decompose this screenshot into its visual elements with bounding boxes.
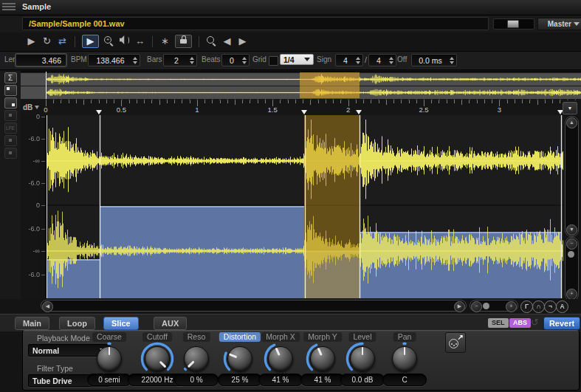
midi-learn-button[interactable]: ↗ [445,332,466,353]
bpm-field[interactable]: 138.466 [88,54,140,66]
time-ruler[interactable]: dB 00.511.522.53 [21,100,581,115]
knob-value-pan[interactable]: C [382,374,427,386]
knob-label-reso[interactable]: Reso [183,332,210,342]
knob-distortion[interactable] [223,342,257,376]
knob-label-cutoff[interactable]: Cutoff [142,332,172,342]
horizontal-zoom-bar[interactable]: − + [470,300,518,312]
slider-handle[interactable] [507,20,519,28]
hzoom-thumb[interactable] [483,303,489,309]
vertical-scrollbar[interactable]: ▲ ▼ [565,116,579,237]
knob-label-morph-x[interactable]: Morph X [261,332,300,342]
audition-icon[interactable] [119,35,130,47]
slice-marker-flag[interactable] [96,110,102,114]
knob-label-coarse[interactable]: Coarse [92,332,126,342]
back-icon[interactable]: ◀ [221,35,233,47]
knob-label-pan[interactable]: Pan [393,332,416,342]
menu-icon[interactable] [2,3,16,12]
ruler-label: 0 [44,106,47,114]
auto-play-icon[interactable]: ▶ [82,35,99,48]
slice-marker-flag[interactable] [301,110,307,114]
knob-reso[interactable] [179,342,213,376]
output-volume-slider[interactable] [493,18,534,30]
lock-icon[interactable] [175,35,192,48]
scroll-up-button[interactable]: ▲ [566,117,577,128]
waveform-overview[interactable] [21,71,581,103]
bpm-stepper[interactable] [132,57,140,64]
knob-pan[interactable] [388,342,422,376]
scroll-down-button[interactable]: ▼ [566,224,577,235]
collapse-view-button[interactable]: ▼ [563,102,577,114]
tab-aux[interactable]: AUX [154,317,187,330]
ruler-tick [409,100,410,103]
locator-icon[interactable]: ⇄ [57,35,68,47]
sign-den-stepper[interactable] [388,57,396,64]
stretch-icon[interactable]: ↔ [134,35,145,47]
page-tab-row: MainLoopSliceAUX SEL ABS ↺ Revert [0,314,581,331]
zoom-in-icon[interactable] [103,35,114,47]
revert-button[interactable]: Revert [543,317,580,330]
channel-center-button[interactable] [4,110,17,121]
knob-value-reso[interactable]: 0 % [174,374,219,386]
chevron-down-icon [35,106,39,109]
sign-numerator-field[interactable]: 4 [335,54,363,66]
beats-field[interactable]: 0 [221,54,250,66]
tab-main[interactable]: Main [15,317,49,330]
ruler-tick [91,100,92,103]
offset-stepper[interactable] [449,57,456,64]
output-select-dropdown[interactable]: Master [537,18,581,30]
zoom-to-start-button[interactable]: Γ [520,300,533,313]
scroll-right-button[interactable]: ▶ [454,301,465,312]
vzoom-out-button[interactable]: − [566,238,577,250]
slice-marker-flag[interactable] [356,110,362,114]
sign-num-stepper[interactable] [355,57,362,64]
hzoom-out-button[interactable]: − [471,301,482,312]
sel-toggle[interactable]: SEL [488,318,509,328]
file-path-field[interactable]: /Sample/Sample 001.wav [22,17,489,30]
channel-surround-right-button[interactable] [4,148,17,159]
vertical-zoom-bar[interactable]: − + [565,237,579,301]
beats-stepper[interactable] [241,57,249,64]
snap-icon[interactable]: ∗ [159,35,171,47]
channel-surround-left-button[interactable] [4,135,17,146]
find-icon[interactable] [206,35,217,47]
ruler-tick [560,100,560,103]
sign-denominator-field[interactable]: 4 [368,54,396,66]
channel-right-button[interactable] [4,97,17,109]
channel-lfe-button[interactable]: LFE [4,123,17,134]
knob-value-coarse[interactable]: 0 semi [87,374,131,386]
hzoom-in-button[interactable]: + [506,301,517,312]
channel-left-button[interactable] [4,85,17,96]
bars-stepper[interactable] [189,57,196,64]
ruler-tick [106,100,107,103]
waveform-editor[interactable] [46,115,563,299]
zoom-all-button[interactable]: A [556,300,568,313]
abs-toggle[interactable]: ABS [509,318,531,328]
knob-coarse[interactable] [92,342,126,376]
vzoom-thumb[interactable] [568,251,574,258]
grid-checkbox[interactable] [269,56,278,66]
scroll-left-button[interactable]: ◀ [42,301,53,312]
vzoom-in-button[interactable]: + [566,289,577,300]
tab-loop[interactable]: Loop [59,317,95,330]
knob-morph-x[interactable] [264,342,298,376]
offset-field[interactable]: 0.0 ms [411,54,457,66]
tab-slice[interactable]: Slice [103,317,139,330]
channel-sum-button[interactable]: Σ [4,72,17,83]
knob-level[interactable] [345,342,379,376]
zoom-to-end-button[interactable]: ¬ [544,300,557,313]
ruler-tick [114,100,114,103]
title-bar: Sample [0,0,581,16]
grid-dropdown[interactable]: 1/4 [280,54,314,65]
ruler-tick [454,100,455,103]
zoom-to-loop-button[interactable]: ∩ [532,300,545,313]
loop-icon[interactable]: ↻ [41,35,52,47]
scale-unit-dropdown[interactable]: dB [23,103,39,111]
length-field[interactable]: 3.466 [16,54,66,66]
knob-label-level[interactable]: Level [348,332,376,342]
undo-icon[interactable]: ↺ [531,317,539,328]
ruler-tick [61,100,61,103]
horizontal-scrollbar[interactable]: ◀ ▶ [41,300,467,312]
bars-field[interactable]: 2 [163,54,197,66]
play-icon[interactable]: ▶ [26,35,37,47]
forward-icon[interactable]: ▶ [237,35,248,47]
